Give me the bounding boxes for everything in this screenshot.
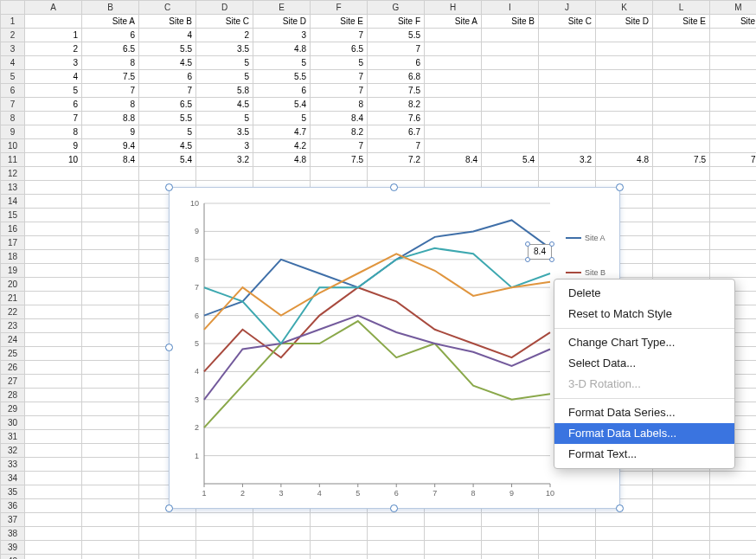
cell[interactable]: 7.5 <box>653 153 710 167</box>
cell[interactable]: 8.2 <box>311 125 368 139</box>
cell[interactable] <box>196 167 253 181</box>
cell[interactable]: 2 <box>196 29 253 42</box>
cell[interactable] <box>482 42 539 56</box>
cell[interactable] <box>710 42 757 56</box>
cell[interactable] <box>596 70 653 84</box>
chart-context-menu[interactable]: DeleteReset to Match StyleChange Chart T… <box>554 279 735 469</box>
cell[interactable] <box>82 195 139 209</box>
cell[interactable] <box>82 555 139 560</box>
cell[interactable] <box>710 222 757 236</box>
cell[interactable] <box>425 139 482 153</box>
table-row[interactable]: 39 <box>1 541 757 555</box>
cell[interactable]: 5 <box>253 112 311 125</box>
cell[interactable] <box>539 527 596 541</box>
cell[interactable] <box>596 139 653 153</box>
cell[interactable]: 7 <box>368 139 425 153</box>
col-header[interactable]: K <box>596 1 653 15</box>
cell[interactable]: 1 <box>25 29 82 42</box>
cell[interactable]: 5.4 <box>139 153 196 167</box>
table-row[interactable]: 98953.54.78.26.7 <box>1 125 757 139</box>
cell[interactable] <box>653 236 710 250</box>
col-header[interactable]: A <box>25 1 82 15</box>
cell[interactable] <box>25 402 82 416</box>
cell[interactable]: 4.7 <box>253 125 311 139</box>
cell[interactable] <box>653 84 710 98</box>
cell[interactable] <box>25 209 82 222</box>
cell[interactable] <box>596 56 653 70</box>
series-line[interactable] <box>204 316 550 400</box>
cell[interactable]: 8.4 <box>425 153 482 167</box>
cell[interactable]: 4.5 <box>196 98 253 112</box>
cell[interactable] <box>82 430 139 444</box>
row-header[interactable]: 7 <box>1 98 25 112</box>
cell[interactable] <box>710 139 757 153</box>
row-header[interactable]: 14 <box>1 195 25 209</box>
cell[interactable]: 4.5 <box>139 139 196 153</box>
cell[interactable]: 7 <box>82 84 139 98</box>
cell[interactable] <box>482 84 539 98</box>
cell[interactable] <box>82 472 139 485</box>
cell[interactable]: 6 <box>253 84 311 98</box>
cell[interactable] <box>596 527 653 541</box>
cell[interactable]: 3.2 <box>196 153 253 167</box>
cell[interactable] <box>425 125 482 139</box>
cell[interactable] <box>710 181 757 195</box>
cell[interactable]: Site A <box>82 15 139 29</box>
row-header[interactable]: 34 <box>1 472 25 485</box>
table-row[interactable]: 1Site ASite BSite CSite DSite ESite FSit… <box>1 15 757 29</box>
cell[interactable] <box>25 513 82 527</box>
cell[interactable] <box>482 167 539 181</box>
cell[interactable]: 3 <box>196 139 253 153</box>
cell[interactable] <box>25 361 82 375</box>
row-header[interactable]: 3 <box>1 42 25 56</box>
col-header[interactable]: G <box>368 1 425 15</box>
cell[interactable] <box>710 555 757 560</box>
cell[interactable] <box>653 527 710 541</box>
row-header[interactable]: 28 <box>1 389 25 402</box>
row-header[interactable]: 33 <box>1 458 25 472</box>
row-header[interactable]: 25 <box>1 347 25 361</box>
row-header[interactable]: 39 <box>1 541 25 555</box>
col-header[interactable]: J <box>539 1 596 15</box>
cell[interactable] <box>82 389 139 402</box>
cell[interactable] <box>425 56 482 70</box>
cell[interactable] <box>139 513 196 527</box>
cell[interactable]: 7 <box>139 84 196 98</box>
cell[interactable] <box>253 527 311 541</box>
col-header[interactable]: B <box>82 1 139 15</box>
cell[interactable] <box>653 139 710 153</box>
cell[interactable] <box>653 181 710 195</box>
series-line[interactable] <box>204 287 550 371</box>
cell[interactable]: 7 <box>311 70 368 84</box>
cell[interactable]: Site F <box>368 15 425 29</box>
cell[interactable] <box>311 541 368 555</box>
cell[interactable]: 7.5 <box>368 84 425 98</box>
cell[interactable] <box>25 555 82 560</box>
cell[interactable] <box>539 56 596 70</box>
cell[interactable] <box>368 555 425 560</box>
cell[interactable]: 3.5 <box>196 42 253 56</box>
cell[interactable] <box>82 444 139 458</box>
cell[interactable] <box>25 472 82 485</box>
menu-item[interactable]: Format Data Labels... <box>554 423 734 444</box>
cell[interactable] <box>82 527 139 541</box>
cell[interactable] <box>710 29 757 42</box>
row-header[interactable]: 16 <box>1 222 25 236</box>
cell[interactable] <box>539 167 596 181</box>
cell[interactable] <box>596 42 653 56</box>
cell[interactable]: 4.8 <box>596 153 653 167</box>
cell[interactable] <box>482 98 539 112</box>
cell[interactable] <box>539 70 596 84</box>
cell[interactable] <box>710 472 757 485</box>
cell[interactable] <box>368 513 425 527</box>
cell[interactable]: 4 <box>139 29 196 42</box>
cell[interactable]: 7 <box>368 42 425 56</box>
cell[interactable] <box>710 84 757 98</box>
cell[interactable] <box>482 125 539 139</box>
cell[interactable]: 8 <box>82 98 139 112</box>
data-label-selected[interactable]: 8.4 <box>528 244 552 260</box>
cell[interactable]: 7 <box>311 139 368 153</box>
series-line[interactable] <box>204 321 550 427</box>
cell[interactable] <box>82 513 139 527</box>
cell[interactable] <box>25 236 82 250</box>
